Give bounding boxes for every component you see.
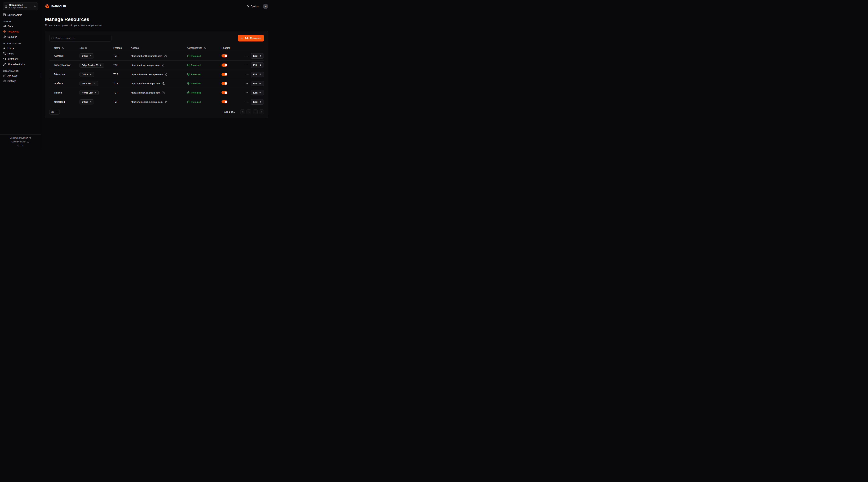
edit-button[interactable]: Edit (251, 72, 264, 77)
org-selector[interactable]: Organization milo@fossorial.io's ... (3, 2, 38, 10)
enabled-toggle[interactable] (221, 64, 227, 67)
page-size-select[interactable]: 20 (49, 109, 60, 115)
column-header-authentication[interactable]: Authentication (187, 46, 221, 49)
toggle-knob (225, 91, 227, 94)
brand[interactable]: PANGOLIN (45, 4, 66, 9)
last-page-button[interactable] (259, 109, 264, 114)
sidebar-item-label: Settings (7, 79, 16, 83)
toggle-knob (225, 55, 227, 57)
resource-url: https://grafana.example.com (131, 82, 160, 85)
add-resource-button[interactable]: Add Resource (238, 35, 264, 41)
sidebar-item-api-keys[interactable]: API Keys (3, 73, 38, 78)
sort-icon[interactable] (204, 47, 206, 49)
key-icon (3, 74, 6, 77)
auth-status: Protected (191, 73, 201, 76)
enabled-toggle[interactable] (221, 73, 227, 76)
sidebar-item-shareable-links[interactable]: Shareable Links (3, 62, 38, 67)
toggle-knob (225, 82, 227, 85)
ellipsis-icon (245, 91, 248, 94)
access-cell: https://bitwarden.example.com (131, 73, 187, 76)
auth-status: Protected (191, 82, 201, 85)
sidebar-item-settings[interactable]: Settings (3, 78, 38, 84)
site-link[interactable]: Home Lab (80, 90, 99, 95)
site-link[interactable]: Office (80, 72, 94, 77)
site-link[interactable]: Office (80, 99, 94, 104)
copy-url-button[interactable] (162, 91, 165, 94)
access-cell: https://nextcloud.example.com (131, 100, 187, 104)
card-footer: 20 Page 1 of 1 (49, 109, 264, 115)
copy-url-button[interactable] (161, 64, 164, 67)
sidebar-resize-handle[interactable] (41, 73, 41, 77)
enabled-toggle[interactable] (221, 82, 227, 85)
sidebar-item-roles[interactable]: Roles (3, 51, 38, 56)
column-label: Authentication (187, 46, 203, 49)
resource-protocol: TCP (113, 82, 131, 85)
row-menu-button[interactable] (245, 82, 248, 85)
plus-icon (241, 37, 243, 39)
sidebar-item-domains[interactable]: Domains (3, 34, 38, 39)
sort-icon[interactable] (62, 47, 64, 49)
chevrons-left-icon (242, 111, 244, 113)
sidebar-item-label: Sites (7, 25, 13, 28)
column-header-site[interactable]: Site (80, 46, 113, 49)
theme-toggle[interactable]: System (247, 5, 259, 8)
row-menu-button[interactable] (245, 72, 248, 76)
resource-protocol: TCP (113, 73, 131, 76)
row-menu-button[interactable] (245, 63, 248, 67)
sidebar-item-invitations[interactable]: Invitations (3, 56, 38, 62)
copy-url-button[interactable] (164, 73, 168, 76)
copy-url-button[interactable] (164, 100, 167, 104)
sidebar-item-users[interactable]: Users (3, 45, 38, 51)
copy-url-button[interactable] (164, 54, 167, 58)
row-menu-button[interactable] (245, 100, 248, 104)
version-label: v1.7.0 (18, 144, 23, 147)
site-link[interactable]: AWS VPC (80, 81, 98, 86)
chevron-left-icon (248, 111, 250, 113)
site-link[interactable]: Office (80, 54, 94, 59)
moon-icon (247, 5, 249, 8)
sidebar-item-resources[interactable]: Resources (3, 29, 38, 34)
copy-url-button[interactable] (162, 82, 165, 85)
site-link[interactable]: Edge Device 01 (80, 63, 104, 68)
actions-cell: Edit (242, 53, 264, 59)
column-header-name[interactable]: Name (54, 46, 80, 49)
resource-name: Nextcloud (54, 100, 80, 103)
avatar-initial: M (265, 5, 267, 8)
table-body: Authentik Office TCP https://authentik.e… (49, 51, 264, 106)
next-page-button[interactable] (253, 109, 258, 114)
sidebar-item-label: Shareable Links (7, 63, 25, 66)
enabled-toggle[interactable] (221, 91, 227, 94)
table-header: Name Site Protocol Access Authenticati (49, 44, 264, 51)
copy-icon (165, 73, 167, 76)
edit-button[interactable]: Edit (251, 62, 264, 68)
search-box (49, 35, 112, 41)
community-edition-link[interactable]: Community Edition (10, 137, 31, 139)
server-icon (3, 13, 6, 16)
first-page-button[interactable] (240, 109, 245, 114)
edit-button[interactable]: Edit (251, 99, 264, 105)
org-subtitle: milo@fossorial.io's ... (9, 6, 32, 9)
ellipsis-icon (245, 73, 248, 76)
sidebar-item-server-admin[interactable]: Server Admin (3, 12, 38, 18)
row-menu-button[interactable] (245, 54, 248, 58)
arrow-right-icon (259, 101, 261, 103)
section-label-general: GENERAL (3, 21, 38, 23)
resources-table: Name Site Protocol Access Authenticati (49, 44, 264, 106)
edit-button[interactable]: Edit (251, 53, 264, 59)
sidebar-item-sites[interactable]: Sites (3, 24, 38, 29)
sort-icon[interactable] (85, 47, 87, 49)
enabled-toggle[interactable] (221, 100, 227, 103)
documentation-link[interactable]: Documentation (11, 140, 29, 143)
edit-label: Edit (253, 101, 257, 103)
site-cell: Home Lab (80, 90, 113, 95)
actions-cell: Edit (242, 62, 264, 68)
arrow-up-right-icon (100, 64, 102, 66)
enabled-toggle[interactable] (221, 54, 227, 58)
search-input[interactable] (49, 35, 112, 41)
row-menu-button[interactable] (245, 91, 248, 94)
edit-button[interactable]: Edit (251, 81, 264, 86)
prev-page-button[interactable] (247, 109, 251, 114)
avatar[interactable]: M (263, 4, 268, 9)
access-cell: https://authentik.example.com (131, 54, 187, 58)
edit-button[interactable]: Edit (251, 90, 264, 95)
